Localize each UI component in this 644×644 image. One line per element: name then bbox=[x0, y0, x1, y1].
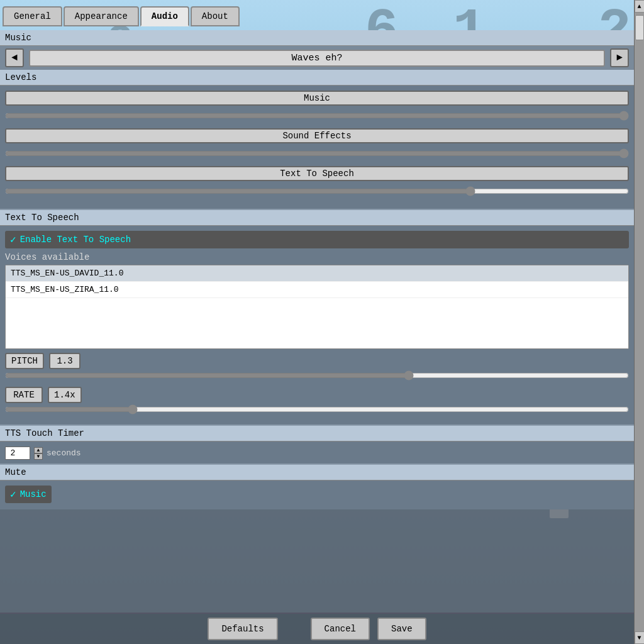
timer-row: ▲ ▼ seconds bbox=[5, 447, 629, 460]
mute-music-checkmark: ✓ bbox=[10, 488, 16, 501]
levels-section-header: Levels bbox=[0, 70, 634, 86]
mute-music-label[interactable]: ✓ Music bbox=[5, 486, 52, 503]
seconds-label: seconds bbox=[47, 448, 81, 458]
mute-section-header: Mute bbox=[5, 467, 26, 477]
tts-section: Text To Speech ✓ Enable Text To Speech V… bbox=[0, 209, 634, 425]
sound-effects-level-label: Sound Effects bbox=[5, 128, 629, 143]
content-spacer bbox=[0, 509, 634, 613]
bottom-bar: Defaults Cancel Save bbox=[0, 613, 634, 644]
voices-available-label: Voices available bbox=[5, 252, 629, 262]
tab-general[interactable]: General bbox=[3, 6, 62, 26]
tts-section-header: Text To Speech bbox=[5, 213, 79, 223]
mute-music-text: Music bbox=[20, 489, 47, 499]
voices-empty-area bbox=[6, 298, 628, 348]
enable-tts-text: Enable Text To Speech bbox=[20, 235, 131, 245]
tts-slider-container bbox=[5, 187, 629, 197]
enable-tts-checkmark: ✓ bbox=[10, 233, 16, 246]
tts-level-label: Text To Speech bbox=[5, 166, 629, 181]
defaults-button[interactable]: Defaults bbox=[208, 618, 277, 640]
main-window: General Appearance Audio About Music ◄ W… bbox=[0, 0, 634, 644]
tab-appearance[interactable]: Appearance bbox=[64, 6, 139, 26]
pitch-row: PITCH 1.3 bbox=[5, 353, 629, 369]
pitch-slider-container bbox=[5, 372, 629, 382]
voice-item-zira[interactable]: TTS_MS_EN-US_ZIRA_11.0 bbox=[6, 282, 628, 298]
rate-value: 1.4x bbox=[48, 387, 82, 403]
track-name-display: Waves eh? bbox=[29, 50, 605, 67]
prev-track-button[interactable]: ◄ bbox=[5, 48, 24, 67]
spinner-up-arrow[interactable]: ▲ bbox=[34, 447, 43, 453]
scrollbar-thumb[interactable] bbox=[635, 15, 644, 40]
music-section-header: Music bbox=[0, 30, 634, 46]
content-area[interactable]: Music ◄ Waves eh? ► Levels Music Sound E… bbox=[0, 30, 634, 613]
pitch-slider[interactable] bbox=[5, 372, 629, 379]
cancel-button[interactable]: Cancel bbox=[311, 618, 370, 640]
tab-bar: General Appearance Audio About bbox=[0, 0, 634, 30]
rate-slider-container bbox=[5, 406, 629, 416]
timer-value-input[interactable] bbox=[5, 447, 30, 460]
tts-timer-section: TTS Touch Timer ▲ ▼ seconds bbox=[0, 425, 634, 464]
voices-list: TTS_MS_EN-US_DAVID_11.0 TTS_MS_EN-US_ZIR… bbox=[5, 265, 629, 349]
next-track-button[interactable]: ► bbox=[610, 48, 629, 67]
spinner-arrows: ▲ ▼ bbox=[34, 447, 43, 460]
voice-item-david[interactable]: TTS_MS_EN-US_DAVID_11.0 bbox=[6, 265, 628, 282]
levels-section: Music Sound Effects Text To Speech bbox=[0, 86, 634, 209]
music-volume-slider[interactable] bbox=[5, 112, 629, 119]
save-button[interactable]: Save bbox=[377, 618, 426, 640]
mute-section: Mute ✓ Music bbox=[0, 464, 634, 509]
scrollbar-up-button[interactable]: ▲ bbox=[635, 0, 645, 13]
sound-effects-volume-slider[interactable] bbox=[5, 150, 629, 157]
tts-volume-slider[interactable] bbox=[5, 187, 629, 195]
pitch-label: PITCH bbox=[5, 353, 44, 369]
music-level-label: Music bbox=[5, 91, 629, 106]
rate-slider[interactable] bbox=[5, 406, 629, 413]
tab-audio[interactable]: Audio bbox=[140, 6, 189, 26]
rate-row: RATE 1.4x bbox=[5, 387, 629, 403]
tts-timer-header: TTS Touch Timer bbox=[5, 428, 84, 438]
spinner-down-arrow[interactable]: ▼ bbox=[34, 453, 43, 460]
enable-tts-label[interactable]: ✓ Enable Text To Speech bbox=[5, 231, 629, 248]
scrollbar-down-button[interactable]: ▼ bbox=[635, 631, 645, 644]
track-selector: ◄ Waves eh? ► bbox=[0, 46, 634, 70]
music-slider-container bbox=[5, 112, 629, 122]
sound-effects-slider-container bbox=[5, 150, 629, 160]
rate-label: RATE bbox=[5, 387, 43, 403]
pitch-value: 1.3 bbox=[49, 353, 80, 369]
right-scrollbar[interactable]: ▲ ▼ bbox=[634, 0, 644, 644]
tab-about[interactable]: About bbox=[191, 6, 240, 26]
